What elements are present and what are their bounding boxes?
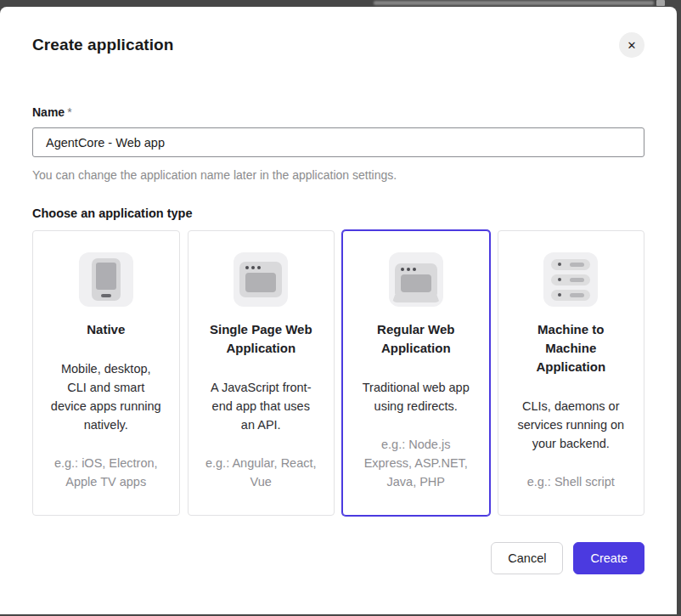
mobile-phone-icon bbox=[79, 252, 133, 307]
card-title: Regular Web Application bbox=[360, 320, 472, 358]
card-example: e.g.: iOS, Electron, Apple TV apps bbox=[50, 454, 162, 491]
application-type-cards: Native Mobile, desktop, CLI and smart de… bbox=[32, 230, 644, 516]
application-name-input[interactable] bbox=[32, 127, 644, 157]
card-example: e.g.: Shell script bbox=[527, 472, 615, 491]
page-title: Create application bbox=[32, 36, 174, 54]
obscured-page-content bbox=[374, 1, 654, 5]
cancel-button[interactable]: Cancel bbox=[491, 542, 563, 574]
card-native[interactable]: Native Mobile, desktop, CLI and smart de… bbox=[32, 230, 180, 516]
card-example: e.g.: Node.js Express, ASP.NET, Java, PH… bbox=[360, 435, 472, 491]
create-button[interactable]: Create bbox=[573, 542, 644, 574]
browser-window-3d-icon bbox=[389, 252, 443, 307]
dialog-footer: Cancel Create bbox=[32, 542, 644, 574]
card-description: Traditional web app using redirects. bbox=[361, 378, 471, 415]
application-type-label: Choose an application type bbox=[32, 206, 644, 220]
card-title: Single Page Web Application bbox=[205, 320, 317, 358]
name-helper-text: You can change the application name late… bbox=[32, 168, 644, 182]
close-icon: ✕ bbox=[628, 40, 637, 51]
close-button[interactable]: ✕ bbox=[619, 32, 644, 58]
card-title: Native bbox=[87, 320, 125, 339]
card-description: CLIs, daemons or services running on you… bbox=[515, 397, 626, 453]
card-title: Machine to Machine Application bbox=[515, 320, 627, 376]
card-single-page-web-application[interactable]: Single Page Web Application A JavaScript… bbox=[188, 230, 335, 516]
card-description: Mobile, desktop, CLI and smart device ap… bbox=[51, 359, 161, 434]
required-asterisk: * bbox=[67, 105, 71, 119]
card-example: e.g.: Angular, React, Vue bbox=[205, 454, 317, 491]
dialog-header: Create application ✕ bbox=[32, 32, 644, 58]
card-description: A JavaScript front-end app that uses an … bbox=[205, 378, 316, 434]
create-application-dialog: Create application ✕ Name* You can chang… bbox=[0, 7, 677, 614]
server-stack-icon bbox=[543, 252, 598, 307]
browser-window-icon bbox=[234, 252, 288, 307]
card-regular-web-application[interactable]: Regular Web Application Traditional web … bbox=[342, 230, 490, 516]
card-machine-to-machine[interactable]: Machine to Machine Application CLIs, dae… bbox=[498, 230, 645, 516]
name-label: Name* bbox=[32, 105, 644, 119]
obscured-page-icon bbox=[656, 0, 665, 6]
